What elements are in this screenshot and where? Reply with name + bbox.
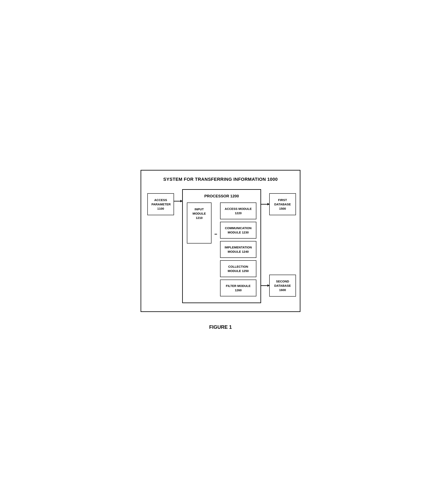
diagram-row: ACCESSPARAMETER1100 PROCESSOR 1200 INPUT… bbox=[147, 189, 294, 303]
figure-label: FIGURE 1 bbox=[141, 324, 300, 330]
system-box: SYSTEM FOR TRANSFERRING INFORMATION 1000… bbox=[141, 170, 300, 312]
communication-module-label: COMMUNICATIONMODULE 1230 bbox=[225, 226, 252, 234]
processor-box: PROCESSOR 1200 INPUTMODULE1210 ACCESS MO bbox=[182, 189, 261, 303]
access-param-box: ACCESSPARAMETER1100 bbox=[147, 193, 174, 215]
processor-title: PROCESSOR 1200 bbox=[187, 194, 256, 198]
second-db-label: SECONDDATABASE1600 bbox=[274, 280, 291, 292]
first-db-box: FIRSTDATABASE1500 bbox=[269, 193, 296, 215]
access-param-label: ACCESSPARAMETER1100 bbox=[151, 198, 171, 210]
collection-module-box: COLLECTIONMODULE 1250 bbox=[220, 260, 256, 277]
second-db-row: SECONDDATABASE1600 bbox=[261, 275, 296, 297]
modules-column: ACCESS MODULE1220 COMMUNICATIONMODULE 12… bbox=[220, 203, 256, 296]
access-module-box: ACCESS MODULE1220 bbox=[220, 203, 256, 219]
access-module-label: ACCESS MODULE1220 bbox=[225, 207, 252, 215]
system-title: SYSTEM FOR TRANSFERRING INFORMATION 1000 bbox=[147, 177, 294, 182]
implementation-module-box: IMPLEMENTATIONMODULE 1240 bbox=[220, 241, 256, 258]
left-connector bbox=[174, 201, 182, 202]
inner-connector bbox=[215, 234, 217, 235]
first-db-label: FIRSTDATABASE1500 bbox=[274, 198, 291, 210]
collection-module-label: COLLECTIONMODULE 1250 bbox=[228, 265, 249, 273]
communication-module-box: COMMUNICATIONMODULE 1230 bbox=[220, 222, 256, 238]
db-spacer bbox=[261, 215, 296, 275]
filter-module-box: FILTER MODULE1260 bbox=[220, 280, 256, 296]
first-db-row: FIRSTDATABASE1500 bbox=[261, 193, 296, 215]
input-module-box: INPUTMODULE1210 bbox=[187, 203, 211, 243]
filter-module-label: FILTER MODULE1260 bbox=[226, 284, 251, 292]
implementation-module-label: IMPLEMENTATIONMODULE 1240 bbox=[225, 246, 252, 253]
right-panel: FIRSTDATABASE1500 SECONDDATABASE1600 bbox=[261, 189, 296, 297]
second-db-box: SECONDDATABASE1600 bbox=[269, 275, 296, 297]
left-panel: ACCESSPARAMETER1100 bbox=[147, 189, 174, 215]
page-container: SYSTEM FOR TRANSFERRING INFORMATION 1000… bbox=[132, 162, 309, 342]
processor-inner: INPUTMODULE1210 ACCESS MODULE1220 COMMUN… bbox=[187, 203, 256, 296]
input-module-label: INPUTMODULE1210 bbox=[193, 207, 206, 220]
